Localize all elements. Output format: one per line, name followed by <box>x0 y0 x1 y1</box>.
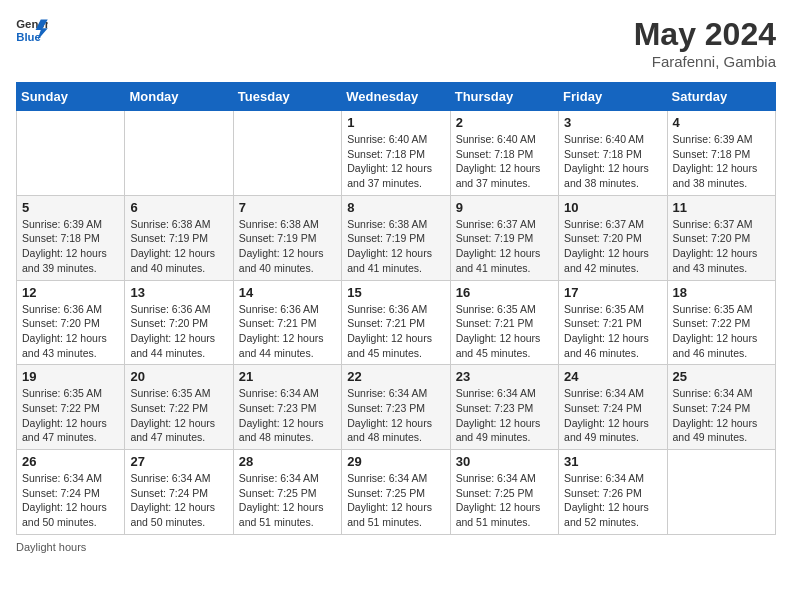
calendar-cell: 15Sunrise: 6:36 AM Sunset: 7:21 PM Dayli… <box>342 280 450 365</box>
day-number: 27 <box>130 454 227 469</box>
day-detail: Sunrise: 6:35 AM Sunset: 7:22 PM Dayligh… <box>22 386 119 445</box>
day-number: 23 <box>456 369 553 384</box>
day-number: 12 <box>22 285 119 300</box>
title-block: May 2024 Farafenni, Gambia <box>634 16 776 70</box>
calendar-week-row: 19Sunrise: 6:35 AM Sunset: 7:22 PM Dayli… <box>17 365 776 450</box>
day-number: 18 <box>673 285 770 300</box>
calendar-cell: 18Sunrise: 6:35 AM Sunset: 7:22 PM Dayli… <box>667 280 775 365</box>
day-number: 22 <box>347 369 444 384</box>
weekday-header: Sunday <box>17 83 125 111</box>
day-number: 3 <box>564 115 661 130</box>
day-number: 29 <box>347 454 444 469</box>
calendar-cell: 3Sunrise: 6:40 AM Sunset: 7:18 PM Daylig… <box>559 111 667 196</box>
location-subtitle: Farafenni, Gambia <box>634 53 776 70</box>
day-detail: Sunrise: 6:34 AM Sunset: 7:25 PM Dayligh… <box>347 471 444 530</box>
day-detail: Sunrise: 6:34 AM Sunset: 7:23 PM Dayligh… <box>347 386 444 445</box>
calendar-cell: 5Sunrise: 6:39 AM Sunset: 7:18 PM Daylig… <box>17 195 125 280</box>
calendar-cell: 30Sunrise: 6:34 AM Sunset: 7:25 PM Dayli… <box>450 450 558 535</box>
day-detail: Sunrise: 6:40 AM Sunset: 7:18 PM Dayligh… <box>564 132 661 191</box>
day-number: 7 <box>239 200 336 215</box>
day-number: 2 <box>456 115 553 130</box>
day-number: 31 <box>564 454 661 469</box>
calendar-cell: 11Sunrise: 6:37 AM Sunset: 7:20 PM Dayli… <box>667 195 775 280</box>
calendar-cell <box>233 111 341 196</box>
day-detail: Sunrise: 6:40 AM Sunset: 7:18 PM Dayligh… <box>456 132 553 191</box>
calendar-cell: 2Sunrise: 6:40 AM Sunset: 7:18 PM Daylig… <box>450 111 558 196</box>
weekday-header: Friday <box>559 83 667 111</box>
weekday-header: Wednesday <box>342 83 450 111</box>
day-detail: Sunrise: 6:34 AM Sunset: 7:24 PM Dayligh… <box>22 471 119 530</box>
day-number: 4 <box>673 115 770 130</box>
svg-text:Blue: Blue <box>16 31 41 43</box>
weekday-header: Saturday <box>667 83 775 111</box>
weekday-header: Thursday <box>450 83 558 111</box>
calendar-cell: 10Sunrise: 6:37 AM Sunset: 7:20 PM Dayli… <box>559 195 667 280</box>
weekday-header: Monday <box>125 83 233 111</box>
day-detail: Sunrise: 6:35 AM Sunset: 7:22 PM Dayligh… <box>673 302 770 361</box>
calendar-cell: 25Sunrise: 6:34 AM Sunset: 7:24 PM Dayli… <box>667 365 775 450</box>
day-detail: Sunrise: 6:36 AM Sunset: 7:20 PM Dayligh… <box>22 302 119 361</box>
day-detail: Sunrise: 6:36 AM Sunset: 7:21 PM Dayligh… <box>239 302 336 361</box>
calendar-cell: 27Sunrise: 6:34 AM Sunset: 7:24 PM Dayli… <box>125 450 233 535</box>
calendar-footer: Daylight hours <box>16 541 776 553</box>
day-detail: Sunrise: 6:39 AM Sunset: 7:18 PM Dayligh… <box>673 132 770 191</box>
day-number: 1 <box>347 115 444 130</box>
calendar-cell: 20Sunrise: 6:35 AM Sunset: 7:22 PM Dayli… <box>125 365 233 450</box>
day-number: 11 <box>673 200 770 215</box>
calendar-cell: 23Sunrise: 6:34 AM Sunset: 7:23 PM Dayli… <box>450 365 558 450</box>
day-detail: Sunrise: 6:35 AM Sunset: 7:21 PM Dayligh… <box>456 302 553 361</box>
day-number: 26 <box>22 454 119 469</box>
calendar-cell: 4Sunrise: 6:39 AM Sunset: 7:18 PM Daylig… <box>667 111 775 196</box>
day-detail: Sunrise: 6:34 AM Sunset: 7:25 PM Dayligh… <box>239 471 336 530</box>
calendar-cell: 21Sunrise: 6:34 AM Sunset: 7:23 PM Dayli… <box>233 365 341 450</box>
calendar-week-row: 26Sunrise: 6:34 AM Sunset: 7:24 PM Dayli… <box>17 450 776 535</box>
calendar-cell: 24Sunrise: 6:34 AM Sunset: 7:24 PM Dayli… <box>559 365 667 450</box>
day-detail: Sunrise: 6:34 AM Sunset: 7:24 PM Dayligh… <box>564 386 661 445</box>
calendar-cell: 8Sunrise: 6:38 AM Sunset: 7:19 PM Daylig… <box>342 195 450 280</box>
calendar-cell: 19Sunrise: 6:35 AM Sunset: 7:22 PM Dayli… <box>17 365 125 450</box>
calendar-cell: 1Sunrise: 6:40 AM Sunset: 7:18 PM Daylig… <box>342 111 450 196</box>
calendar-cell: 12Sunrise: 6:36 AM Sunset: 7:20 PM Dayli… <box>17 280 125 365</box>
calendar-cell: 22Sunrise: 6:34 AM Sunset: 7:23 PM Dayli… <box>342 365 450 450</box>
calendar-cell: 17Sunrise: 6:35 AM Sunset: 7:21 PM Dayli… <box>559 280 667 365</box>
day-number: 17 <box>564 285 661 300</box>
calendar-week-row: 1Sunrise: 6:40 AM Sunset: 7:18 PM Daylig… <box>17 111 776 196</box>
day-number: 20 <box>130 369 227 384</box>
day-detail: Sunrise: 6:38 AM Sunset: 7:19 PM Dayligh… <box>347 217 444 276</box>
calendar-week-row: 12Sunrise: 6:36 AM Sunset: 7:20 PM Dayli… <box>17 280 776 365</box>
month-year-title: May 2024 <box>634 16 776 53</box>
day-number: 21 <box>239 369 336 384</box>
day-detail: Sunrise: 6:34 AM Sunset: 7:24 PM Dayligh… <box>673 386 770 445</box>
logo: General Blue <box>16 16 48 44</box>
day-detail: Sunrise: 6:36 AM Sunset: 7:20 PM Dayligh… <box>130 302 227 361</box>
daylight-label: Daylight hours <box>16 541 86 553</box>
calendar-cell <box>667 450 775 535</box>
day-number: 8 <box>347 200 444 215</box>
day-detail: Sunrise: 6:34 AM Sunset: 7:24 PM Dayligh… <box>130 471 227 530</box>
day-number: 16 <box>456 285 553 300</box>
calendar-week-row: 5Sunrise: 6:39 AM Sunset: 7:18 PM Daylig… <box>17 195 776 280</box>
calendar-table: SundayMondayTuesdayWednesdayThursdayFrid… <box>16 82 776 535</box>
day-detail: Sunrise: 6:34 AM Sunset: 7:26 PM Dayligh… <box>564 471 661 530</box>
day-detail: Sunrise: 6:37 AM Sunset: 7:19 PM Dayligh… <box>456 217 553 276</box>
calendar-cell: 6Sunrise: 6:38 AM Sunset: 7:19 PM Daylig… <box>125 195 233 280</box>
day-number: 30 <box>456 454 553 469</box>
page-header: General Blue May 2024 Farafenni, Gambia <box>16 16 776 70</box>
day-detail: Sunrise: 6:37 AM Sunset: 7:20 PM Dayligh… <box>673 217 770 276</box>
day-number: 10 <box>564 200 661 215</box>
day-number: 13 <box>130 285 227 300</box>
calendar-cell: 31Sunrise: 6:34 AM Sunset: 7:26 PM Dayli… <box>559 450 667 535</box>
day-number: 19 <box>22 369 119 384</box>
day-detail: Sunrise: 6:35 AM Sunset: 7:22 PM Dayligh… <box>130 386 227 445</box>
day-number: 14 <box>239 285 336 300</box>
calendar-cell: 13Sunrise: 6:36 AM Sunset: 7:20 PM Dayli… <box>125 280 233 365</box>
calendar-cell: 16Sunrise: 6:35 AM Sunset: 7:21 PM Dayli… <box>450 280 558 365</box>
calendar-cell: 29Sunrise: 6:34 AM Sunset: 7:25 PM Dayli… <box>342 450 450 535</box>
day-detail: Sunrise: 6:34 AM Sunset: 7:23 PM Dayligh… <box>456 386 553 445</box>
day-number: 9 <box>456 200 553 215</box>
weekday-header: Tuesday <box>233 83 341 111</box>
day-number: 25 <box>673 369 770 384</box>
weekday-header-row: SundayMondayTuesdayWednesdayThursdayFrid… <box>17 83 776 111</box>
day-number: 24 <box>564 369 661 384</box>
day-detail: Sunrise: 6:35 AM Sunset: 7:21 PM Dayligh… <box>564 302 661 361</box>
